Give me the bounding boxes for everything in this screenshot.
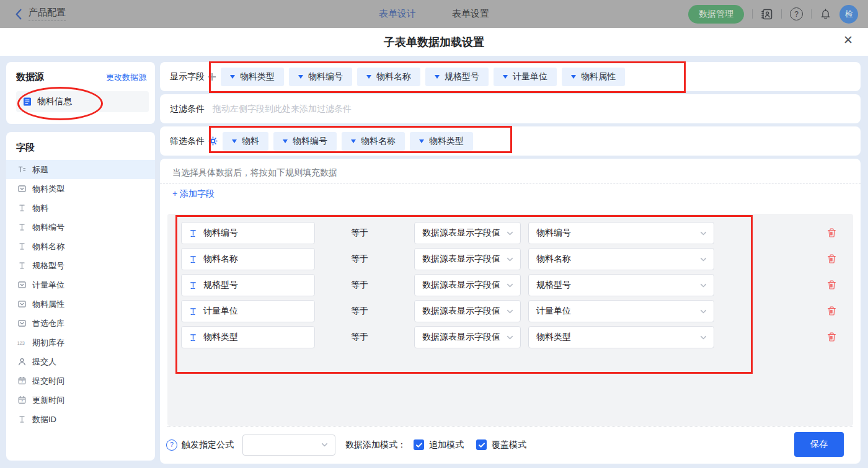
rules-panel: 当选择具体数据后，将按如下规则填充数据 + 添加字段 物料编号 等于 数据源表显… <box>160 159 861 464</box>
breadcrumb[interactable]: 产品配置 <box>29 7 66 21</box>
datasource-item[interactable]: 物料信息 <box>16 91 149 112</box>
field-list-item[interactable]: 数据ID <box>6 410 155 429</box>
rule-value-select[interactable]: 物料名称 <box>528 248 714 270</box>
rule-row: 物料编号 等于 数据源表显示字段值 物料编号 <box>167 222 853 244</box>
chevron-down-icon <box>506 307 514 316</box>
field-tag[interactable]: 物料编号 <box>273 132 337 151</box>
screen-field-tags: 物料 物料编号 物料名称 物料类型 <box>223 132 473 151</box>
rule-value-select[interactable]: 规格型号 <box>528 274 714 296</box>
help-icon[interactable]: ? <box>166 439 177 451</box>
screen-row: 筛选条件 物料 物料编号 物料名称 物料类型 <box>160 126 861 156</box>
rule-row: 物料类型 等于 数据源表显示字段值 物料类型 <box>167 326 853 348</box>
close-icon[interactable]: ✕ <box>843 34 853 46</box>
rule-field-box[interactable]: 物料类型 <box>181 326 315 348</box>
field-tag[interactable]: 物料 <box>223 132 268 151</box>
field-list-item[interactable]: 物料 <box>6 198 155 218</box>
equals-label: 等于 <box>351 274 368 296</box>
caret-down-icon <box>232 139 237 143</box>
delete-icon[interactable] <box>826 306 837 316</box>
save-button[interactable]: 保存 <box>794 432 844 457</box>
caret-down-icon <box>571 75 576 79</box>
mode-checkbox[interactable]: 追加模式 <box>414 439 464 451</box>
field-tag[interactable]: 物料编号 <box>289 68 352 86</box>
tab-form-design[interactable]: 表单设计 <box>379 8 416 20</box>
field-list-item[interactable]: 物料编号 <box>6 218 155 237</box>
date-field-icon: 7 <box>17 376 27 386</box>
page-title: 子表单数据加载设置 <box>0 28 868 56</box>
equals-label: 等于 <box>351 300 368 322</box>
rule-source-select[interactable]: 数据源表显示字段值 <box>414 248 521 270</box>
screen-label: 筛选条件 <box>160 136 205 147</box>
delete-icon[interactable] <box>826 332 837 342</box>
caret-down-icon <box>419 139 424 143</box>
delete-icon[interactable] <box>826 280 837 290</box>
field-tag[interactable]: 规格型号 <box>425 68 489 86</box>
caret-down-icon <box>503 75 508 79</box>
field-list-item[interactable]: 物料类型 <box>6 179 155 198</box>
field-tag[interactable]: 物料类型 <box>410 132 473 151</box>
rule-source-select[interactable]: 数据源表显示字段值 <box>414 326 521 348</box>
rule-value-select[interactable]: 物料类型 <box>528 326 714 348</box>
filter-dropzone[interactable]: 拖动左侧字段到此处来添加过滤条件 <box>213 104 352 115</box>
rule-field-box[interactable]: 规格型号 <box>181 274 315 296</box>
caret-down-icon <box>435 75 440 79</box>
caret-down-icon <box>298 75 303 79</box>
add-display-field-icon[interactable] <box>208 73 216 81</box>
chevron-down-icon <box>699 229 707 237</box>
rule-source-select[interactable]: 数据源表显示字段值 <box>414 222 521 244</box>
field-list-item[interactable]: 7 提交时间 <box>6 371 155 391</box>
caret-down-icon <box>351 139 356 143</box>
chevron-down-icon <box>506 333 514 342</box>
rule-field-box[interactable]: 物料名称 <box>181 248 315 270</box>
rule-field-box[interactable]: 计量单位 <box>181 300 315 322</box>
settings-gear-icon[interactable] <box>208 136 218 146</box>
rule-field-box[interactable]: 物料编号 <box>181 222 315 244</box>
field-tag[interactable]: 物料名称 <box>342 132 405 151</box>
field-tag[interactable]: 计量单位 <box>494 68 557 86</box>
field-list-item[interactable]: 标题 <box>6 160 155 179</box>
field-tag[interactable]: 物料属性 <box>562 68 625 86</box>
mode-checkbox[interactable]: 覆盖模式 <box>476 439 526 451</box>
field-list-item[interactable]: 7 更新时间 <box>6 391 155 410</box>
divider <box>811 9 812 19</box>
field-list-item[interactable]: 计量单位 <box>6 275 155 294</box>
rule-value-select[interactable]: 计量单位 <box>528 300 714 322</box>
user-field-icon <box>17 357 27 366</box>
chevron-down-icon <box>699 281 707 289</box>
field-list-item[interactable]: 规格型号 <box>6 256 155 275</box>
field-tag[interactable]: 物料名称 <box>357 68 420 86</box>
formula-select[interactable] <box>242 435 335 456</box>
number-field-icon: 123 <box>17 338 27 347</box>
delete-icon[interactable] <box>826 254 837 264</box>
help-icon[interactable]: ? <box>790 7 803 20</box>
field-tag[interactable]: 物料类型 <box>221 68 284 86</box>
rule-row: 规格型号 等于 数据源表显示字段值 规格型号 <box>167 274 853 296</box>
contact-book-icon[interactable] <box>761 8 773 20</box>
rule-value-select[interactable]: 物料编号 <box>528 222 714 244</box>
rules-footer: ? 触发指定公式 数据添加模式： 追加模式 覆盖模式 <box>166 426 853 464</box>
rule-source-select[interactable]: 数据源表显示字段值 <box>414 274 521 296</box>
field-list-item[interactable]: 首选仓库 <box>6 314 155 333</box>
change-datasource-link[interactable]: 更改数据源 <box>106 72 146 83</box>
rule-source-select[interactable]: 数据源表显示字段值 <box>414 300 521 322</box>
field-list-item[interactable]: 提交人 <box>6 352 155 371</box>
delete-icon[interactable] <box>826 227 837 238</box>
field-list-item[interactable]: 物料名称 <box>6 237 155 256</box>
field-list-item[interactable]: 123 期初库存 <box>6 333 155 352</box>
mode-checkboxes: 追加模式 覆盖模式 <box>414 439 526 451</box>
tab-form-settings[interactable]: 表单设置 <box>452 8 489 20</box>
rule-row: 物料名称 等于 数据源表显示字段值 物料名称 <box>167 248 853 270</box>
top-navigation-bar: 产品配置 表单设计 表单设置 数据管理 ? 检 <box>0 0 868 28</box>
back-icon[interactable] <box>15 9 22 20</box>
modal-body: 数据源 更改数据源 物料信息 字段 标题 物料类型 物料 物料编号 物料名称 规… <box>0 56 868 468</box>
field-list-item[interactable]: 物料属性 <box>6 294 155 314</box>
bell-icon[interactable] <box>820 8 831 20</box>
chevron-down-icon <box>699 255 707 263</box>
add-field-link[interactable]: + 添加字段 <box>172 188 215 200</box>
select-field-icon <box>17 280 27 289</box>
text-field-icon <box>188 333 198 342</box>
avatar[interactable]: 检 <box>839 5 858 24</box>
data-manage-button[interactable]: 数据管理 <box>688 5 744 24</box>
chevron-down-icon <box>699 333 707 342</box>
datasource-item-label: 物料信息 <box>37 96 72 107</box>
